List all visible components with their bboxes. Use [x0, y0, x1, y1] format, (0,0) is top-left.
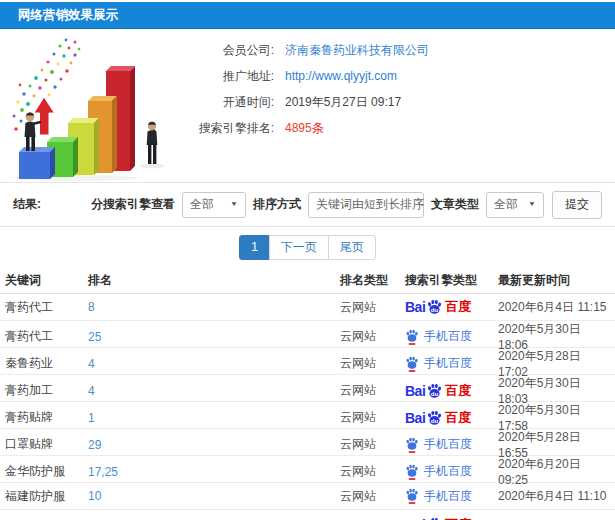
info-row-url: 推广地址: http://www.qlyyjt.com — [182, 63, 601, 89]
businessman-icon — [25, 113, 42, 151]
table-row: 金华防护服 17,25 云网站 Baidu百度 手机百度 2020年6月20日 … — [0, 456, 615, 483]
rank-type-cell: 云网站 — [340, 463, 405, 480]
page-title: 网络营销效果展示 — [18, 8, 118, 22]
search-engine-cell: Baidu百度 手机百度 — [405, 409, 498, 427]
sort-select[interactable]: 关键词由短到长排序 ▼ — [308, 192, 424, 218]
company-label: 会员公司: — [182, 42, 274, 59]
rank-link[interactable]: 25 — [88, 330, 340, 344]
keyword-cell: 口罩贴牌 — [5, 436, 88, 453]
next-page-button[interactable]: 下一页 — [269, 235, 329, 260]
baidu-logo: Baidu百度 — [405, 298, 471, 316]
mobile-baidu-paw-icon — [405, 329, 419, 345]
page: 网络营销效果展示 — [0, 0, 615, 520]
info-row-rank-count: 搜索引擎排名: 4895条 — [182, 115, 601, 141]
svg-text:du: du — [431, 417, 439, 423]
search-engine-cell: Baidu百度 手机百度 — [405, 355, 498, 372]
rank-link[interactable]: 1 — [88, 411, 340, 425]
engine-filter-select[interactable]: 全部 ▼ — [182, 192, 246, 218]
table-row: 膏药贴牌 1 云网站 Baidu百度 手机百度 2020年5月30日 17:58 — [0, 402, 615, 429]
keyword-cell: 福建防护服 — [5, 488, 88, 505]
rank-type-cell: 云网站 — [340, 409, 405, 426]
growth-chart-graphic — [6, 33, 174, 181]
keyword-cell: 膏药代工 — [5, 299, 88, 316]
titlebar: 网络营销效果展示 — [0, 2, 615, 29]
table-row: 膏药代工 8 云网站 Baidu百度 手机百度 2020年6月4日 11:15 — [0, 294, 615, 321]
table-row: 膏药加工 4 云网站 Baidu百度 手机百度 2020年5月30日 18:03 — [0, 375, 615, 402]
search-engine-cell: Baidu百度 手机百度 — [405, 436, 498, 453]
mobile-baidu-paw-icon — [405, 437, 419, 453]
updated-cell: 2020年6月4日 11:10 — [498, 488, 610, 505]
chevron-down-icon: ▼ — [528, 201, 536, 208]
rank-type-cell: 云网站 — [340, 436, 405, 453]
keyword-cell: 金华防护服 — [5, 463, 88, 480]
promo-url-label: 推广地址: — [182, 68, 274, 85]
search-engine-cell: Baidu百度 手机百度 — [405, 298, 498, 316]
col-rank-type: 排名类型 — [340, 272, 405, 289]
table-row-partial: Baidu百度 手机百度 — [0, 510, 615, 520]
rank-link[interactable]: 17,25 — [88, 465, 340, 479]
filter-bar: 结果: 分搜索引擎查看 全部 ▼ 排序方式 关键词由短到长排序 ▼ 文章类型 全… — [0, 182, 615, 227]
results-label: 结果: — [13, 196, 41, 213]
rank-type-cell: 云网站 — [340, 488, 405, 505]
mobile-baidu-badge: 手机百度 — [405, 355, 472, 372]
search-engine-cell: Baidu百度 手机百度 — [405, 328, 498, 345]
up-arrow-icon — [34, 97, 55, 135]
table-row: 福建防护服 10 云网站 Baidu百度 手机百度 2020年6月4日 11:1… — [0, 483, 615, 510]
baidu-paw-icon: du — [426, 410, 443, 426]
bar-blue — [19, 147, 55, 179]
mobile-baidu-badge: 手机百度 — [405, 436, 472, 453]
col-rank: 排名 — [88, 272, 340, 289]
col-updated: 最新更新时间 — [498, 272, 610, 289]
engine-filter-label: 分搜索引擎查看 — [91, 196, 175, 213]
chevron-down-icon: ▼ — [432, 201, 440, 208]
baidu-logo: Baidu百度 — [405, 516, 471, 520]
col-keyword: 关键词 — [5, 272, 88, 289]
rank-type-cell: 云网站 — [340, 328, 405, 345]
search-engine-cell: Baidu百度 手机百度 — [405, 463, 498, 480]
col-engine-type: 搜索引擎类型 — [405, 272, 498, 289]
search-engine-cell: Baidu百度 手机百度 — [405, 382, 498, 400]
table-row: 秦鲁药业 4 云网站 Baidu百度 手机百度 2020年5月28日 17:02 — [0, 348, 615, 375]
info-row-company: 会员公司: 济南秦鲁药业科技有限公司 — [182, 37, 601, 63]
table-row: 膏药代工 25 云网站 Baidu百度 手机百度 2020年5月30日 18:0… — [0, 321, 615, 348]
rank-link[interactable]: 10 — [88, 489, 340, 503]
summary-section: 会员公司: 济南秦鲁药业科技有限公司 推广地址: http://www.qlyy… — [0, 29, 615, 182]
submit-button[interactable]: 提交 — [552, 191, 602, 219]
mobile-baidu-paw-icon — [405, 488, 419, 504]
mobile-baidu-paw-icon — [405, 356, 419, 372]
keyword-cell: 膏药代工 — [5, 328, 88, 345]
keyword-cell: 秦鲁药业 — [5, 355, 88, 372]
table-header-row: 关键词 排名 排名类型 搜索引擎类型 最新更新时间 — [0, 268, 615, 294]
baidu-logo: Baidu百度 — [405, 382, 471, 400]
mobile-baidu-badge: 手机百度 — [405, 463, 472, 480]
rank-link[interactable]: 4 — [88, 384, 340, 398]
table-row: 口罩贴牌 29 云网站 Baidu百度 手机百度 2020年5月28日 16:5… — [0, 429, 615, 456]
rank-link[interactable]: 8 — [88, 300, 340, 314]
mobile-baidu-badge: 手机百度 — [405, 328, 472, 345]
rank-link[interactable]: 4 — [88, 357, 340, 371]
rank-type-cell: 云网站 — [340, 355, 405, 372]
company-link[interactable]: 济南秦鲁药业科技有限公司 — [285, 42, 429, 59]
promo-url-link[interactable]: http://www.qlyyjt.com — [285, 69, 397, 83]
bar-chart-illustration — [6, 33, 174, 181]
rankings-table: 关键词 排名 排名类型 搜索引擎类型 最新更新时间 膏药代工 8 云网站 Bai… — [0, 268, 615, 520]
updated-cell: 2020年6月4日 11:15 — [498, 299, 610, 316]
rank-count-label: 搜索引擎排名: — [182, 120, 274, 137]
rank-count-value: 4895 — [285, 121, 312, 135]
svg-text:du: du — [431, 307, 439, 313]
rank-type-cell: 云网站 — [340, 382, 405, 399]
last-page-button[interactable]: 尾页 — [328, 235, 376, 260]
search-engine-cell: Baidu百度 手机百度 — [405, 488, 498, 505]
svg-text:du: du — [431, 390, 439, 396]
search-engine-cell: Baidu百度 手机百度 — [405, 510, 498, 520]
mobile-baidu-badge: 手机百度 — [405, 488, 472, 505]
rank-type-cell: 云网站 — [340, 299, 405, 316]
keyword-cell: 膏药贴牌 — [5, 409, 88, 426]
page-1-button[interactable]: 1 — [239, 235, 270, 260]
info-row-open-time: 开通时间: 2019年5月27日 09:17 — [182, 89, 601, 115]
rank-count-unit: 条 — [312, 121, 324, 135]
keyword-cell: 膏药加工 — [5, 382, 88, 399]
rank-link[interactable]: 29 — [88, 438, 340, 452]
baidu-paw-icon: du — [426, 299, 443, 315]
article-type-select[interactable]: 全部 ▼ — [486, 192, 544, 218]
